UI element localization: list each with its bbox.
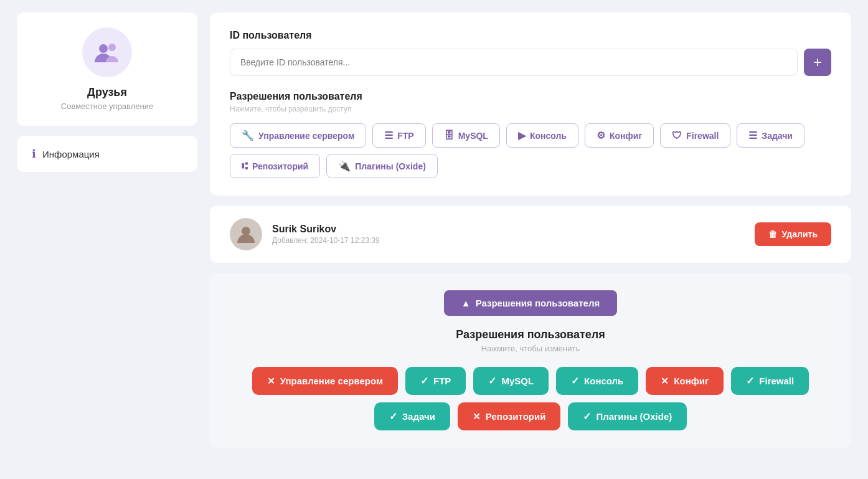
permissions-hint: Нажмите, чтобы разрешить доступ bbox=[230, 105, 831, 113]
exp-btn-tasks[interactable]: Задачи bbox=[374, 402, 450, 430]
exp-btn-console[interactable]: Консоль bbox=[556, 367, 638, 395]
x-icon-manage-server bbox=[267, 376, 275, 387]
perm-label-firewall: Firewall bbox=[686, 131, 719, 141]
expanded-permissions-section: ▲ Разрешения пользователя Разрешения пол… bbox=[210, 273, 851, 448]
main-content: ID пользователя + Разрешения пользовател… bbox=[210, 12, 851, 448]
sidebar: Друзья Совместное управление ℹ Информаци… bbox=[17, 12, 197, 448]
exp-btn-plugins[interactable]: Плагины (Oxide) bbox=[568, 402, 687, 430]
user-avatar bbox=[230, 218, 262, 250]
perm-btn-ftp[interactable]: ☰ FTP bbox=[372, 123, 425, 148]
perm-label-config: Конфиг bbox=[610, 131, 642, 141]
info-card[interactable]: ℹ Информация bbox=[17, 136, 197, 172]
perm-btn-tasks[interactable]: ☰ Задачи bbox=[737, 123, 804, 148]
check-icon-firewall bbox=[746, 375, 754, 387]
check-icon-plugins bbox=[583, 410, 591, 422]
exp-btn-firewall[interactable]: Firewall bbox=[731, 367, 809, 395]
plus-icon: + bbox=[813, 54, 822, 71]
perm-label-ftp: FTP bbox=[397, 131, 413, 141]
perm-label-mysql: MySQL bbox=[458, 131, 488, 141]
check-icon-tasks bbox=[389, 410, 397, 422]
exp-btn-repository[interactable]: Репозиторий bbox=[458, 402, 561, 430]
perm-label-console: Консоль bbox=[530, 131, 567, 141]
expand-permissions-button[interactable]: ▲ Разрешения пользователя bbox=[444, 290, 617, 316]
exp-label-firewall: Firewall bbox=[759, 376, 794, 386]
user-name: Surik Surikov bbox=[272, 224, 380, 235]
exp-label-repository: Репозиторий bbox=[486, 411, 546, 422]
user-details: Surik Surikov Добавлен: 2024-10-17 12:23… bbox=[272, 224, 380, 245]
tasks-icon: ☰ bbox=[748, 130, 757, 141]
mysql-icon: 🗄 bbox=[444, 130, 454, 141]
x-icon-config bbox=[661, 376, 669, 387]
perm-label-plugins: Плагины (Oxide) bbox=[355, 161, 426, 171]
svg-point-0 bbox=[99, 44, 108, 53]
exp-label-mysql: MySQL bbox=[501, 376, 534, 386]
exp-btn-config[interactable]: Конфиг bbox=[646, 367, 724, 395]
expanded-perm-buttons: Управление сервером FTP MySQL Консоль bbox=[230, 367, 831, 430]
firewall-icon: 🛡 bbox=[672, 130, 682, 141]
friends-card: Друзья Совместное управление bbox=[17, 12, 197, 126]
info-label: Информация bbox=[42, 149, 100, 159]
add-user-button[interactable]: + bbox=[804, 49, 831, 76]
x-icon-repository bbox=[473, 411, 481, 422]
chevron-up-icon: ▲ bbox=[461, 298, 471, 308]
check-icon-mysql bbox=[488, 375, 496, 387]
exp-label-ftp: FTP bbox=[433, 376, 451, 386]
exp-label-config: Конфиг bbox=[674, 376, 709, 386]
permissions-label: Разрешения пользователя bbox=[230, 91, 831, 102]
exp-perm-title: Разрешения пользователя bbox=[230, 328, 831, 341]
user-id-input[interactable] bbox=[230, 49, 798, 76]
perm-label-manage-server: Управление сервером bbox=[258, 131, 354, 141]
friends-title: Друзья bbox=[87, 86, 127, 99]
user-id-section: ID пользователя + Разрешения пользовател… bbox=[210, 12, 851, 196]
delete-label: Удалить bbox=[782, 229, 818, 239]
config-icon: ⚙ bbox=[597, 130, 605, 141]
wrench-icon: 🔧 bbox=[242, 130, 254, 141]
delete-user-button[interactable]: 🗑 Удалить bbox=[755, 222, 831, 246]
user-info: Surik Surikov Добавлен: 2024-10-17 12:23… bbox=[230, 218, 380, 250]
console-icon: ▶ bbox=[518, 130, 526, 141]
exp-btn-manage-server[interactable]: Управление сервером bbox=[252, 367, 398, 395]
plugins-icon: 🔌 bbox=[338, 160, 351, 172]
perm-btn-config[interactable]: ⚙ Конфиг bbox=[585, 123, 654, 148]
user-entry-card: Surik Surikov Добавлен: 2024-10-17 12:23… bbox=[210, 206, 851, 263]
exp-perm-hint: Нажмите, чтобы изменить bbox=[230, 344, 831, 353]
exp-label-plugins: Плагины (Oxide) bbox=[596, 411, 672, 422]
perm-btn-plugins[interactable]: 🔌 Плагины (Oxide) bbox=[326, 154, 438, 178]
perm-btn-manage-server[interactable]: 🔧 Управление сервером bbox=[230, 123, 366, 148]
user-added-date: Добавлен: 2024-10-17 12:23:39 bbox=[272, 236, 380, 245]
perm-btn-console[interactable]: ▶ Консоль bbox=[506, 123, 578, 148]
svg-point-2 bbox=[242, 227, 250, 235]
permissions-buttons: 🔧 Управление сервером ☰ FTP 🗄 MySQL ▶ Ко… bbox=[230, 123, 831, 178]
svg-point-1 bbox=[108, 44, 116, 51]
exp-btn-mysql[interactable]: MySQL bbox=[473, 367, 549, 395]
trash-icon: 🗑 bbox=[768, 229, 777, 239]
check-icon-console bbox=[571, 375, 579, 387]
friends-avatar bbox=[82, 27, 132, 77]
perm-btn-mysql[interactable]: 🗄 MySQL bbox=[432, 123, 500, 148]
input-row: + bbox=[230, 49, 831, 76]
expand-label: Разрешения пользователя bbox=[476, 298, 600, 308]
perm-btn-repository[interactable]: ⑆ Репозиторий bbox=[230, 154, 320, 178]
repo-icon: ⑆ bbox=[242, 161, 248, 172]
perm-label-tasks: Задачи bbox=[762, 131, 793, 141]
info-icon: ℹ bbox=[32, 147, 36, 161]
friends-subtitle: Совместное управление bbox=[61, 102, 153, 111]
exp-label-console: Консоль bbox=[584, 376, 623, 386]
check-icon-ftp bbox=[420, 375, 428, 387]
exp-label-manage-server: Управление сервером bbox=[280, 376, 383, 386]
perm-label-repository: Репозиторий bbox=[252, 161, 308, 171]
exp-label-tasks: Задачи bbox=[402, 411, 435, 422]
exp-btn-ftp[interactable]: FTP bbox=[405, 367, 466, 395]
perm-btn-firewall[interactable]: 🛡 Firewall bbox=[660, 123, 730, 148]
ftp-icon: ☰ bbox=[384, 130, 393, 141]
user-id-label: ID пользователя bbox=[230, 30, 831, 41]
